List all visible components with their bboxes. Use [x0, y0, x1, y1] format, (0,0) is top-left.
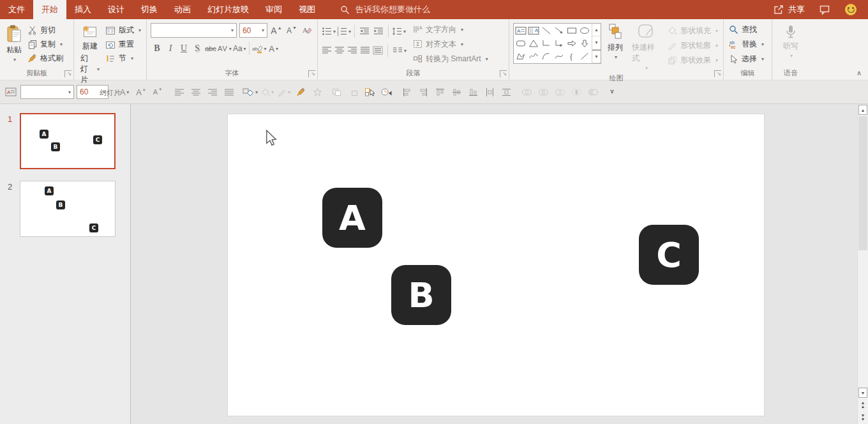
tab-slideshow[interactable]: 幻灯片放映	[199, 0, 257, 19]
find-button[interactable]: 查找	[728, 23, 758, 36]
replace-button[interactable]: abac 替换 ▾	[728, 38, 765, 50]
paragraph-dialog-launcher-icon[interactable]: ↘	[500, 70, 507, 77]
decrease-indent-button[interactable]	[358, 24, 371, 38]
shape-curve-icon[interactable]	[554, 52, 564, 61]
arrange-button[interactable]: 排列 ▾	[605, 23, 625, 61]
align-center-icon[interactable]	[334, 46, 345, 55]
quick-shape-outline-button[interactable]: ▾	[277, 84, 291, 100]
shapes-scroll-up-icon[interactable]: ▲	[592, 24, 601, 36]
reset-button[interactable]: 重置	[104, 37, 142, 51]
tab-transitions[interactable]: 切换	[133, 0, 166, 19]
text-highlight-button[interactable]: ab ▾	[252, 42, 267, 56]
scrollbar-thumb[interactable]	[858, 116, 867, 250]
quick-styles-mini-button[interactable]	[310, 84, 324, 100]
align-objects-bottom-button[interactable]	[466, 84, 480, 100]
increase-font-size-button[interactable]: A▲	[270, 24, 283, 38]
shape-scribble-icon[interactable]	[528, 52, 539, 61]
shapes-more-icon[interactable]: ▼	[592, 50, 601, 63]
shape-textbox-icon[interactable]: A	[515, 26, 527, 35]
shape-triangle-icon[interactable]	[528, 39, 539, 48]
share-button[interactable]: 共享	[773, 4, 805, 15]
insert-textbox-button[interactable]: A	[4, 84, 18, 100]
slide-1-thumbnail[interactable]: A B C	[20, 113, 116, 169]
italic-button[interactable]: I	[164, 42, 177, 56]
shapes-gallery[interactable]: A A {	[513, 23, 601, 64]
shape-outline-button[interactable]: 形状轮廓 ▾	[666, 39, 719, 52]
next-slide-button[interactable]: ▼▼	[858, 411, 868, 424]
tab-home[interactable]: 开始	[33, 0, 66, 19]
quick-align-left-button[interactable]	[172, 84, 186, 100]
collapse-ribbon-icon[interactable]: ∧	[857, 69, 862, 77]
canvas-shape-a[interactable]: A	[322, 188, 382, 248]
tab-file[interactable]: 文件	[0, 0, 33, 19]
shape-rounded-rectangle-icon[interactable]	[516, 39, 526, 48]
quick-justify-button[interactable]	[222, 84, 236, 100]
strikethrough-button[interactable]: abc	[204, 42, 217, 56]
numbering-button[interactable]: 123 ▾	[337, 24, 351, 38]
quick-format-painter-button[interactable]	[294, 84, 308, 100]
slide-2-thumbnail[interactable]: A B C	[20, 181, 116, 237]
distribute-vertical-button[interactable]	[499, 84, 513, 100]
shape-diagonal-line-icon[interactable]	[580, 52, 590, 61]
select-button[interactable]: 选择 ▾	[728, 52, 765, 65]
scroll-up-icon[interactable]: ▲	[858, 105, 867, 115]
format-painter-button[interactable]: 格式刷	[26, 51, 64, 65]
shape-freeform-icon[interactable]	[516, 52, 526, 61]
font-dialog-launcher-icon[interactable]: ↘	[308, 70, 315, 77]
shape-effects-button[interactable]: 形状效果 ▾	[666, 54, 719, 66]
shape-brace-icon[interactable]: {	[567, 52, 577, 61]
shape-vertical-textbox-icon[interactable]: A	[528, 26, 539, 35]
vertical-scrollbar[interactable]: ▲ ▼ ▲▲ ▼▼	[857, 104, 868, 424]
bring-forward-button[interactable]	[329, 84, 343, 100]
line-spacing-button[interactable]: ▾	[392, 24, 406, 38]
quick-decrease-font-button[interactable]: A▼	[151, 84, 165, 100]
merge-subtract-button[interactable]	[586, 84, 600, 100]
bold-button[interactable]: B	[151, 42, 163, 56]
select-objects-button[interactable]	[363, 84, 377, 100]
shape-elbow-arrow-connector-icon[interactable]	[554, 39, 564, 48]
quick-styles-button[interactable]: 快速样式 ▾	[629, 23, 662, 72]
convert-smartart-button[interactable]: 转换为 SmartArt ▾	[412, 52, 490, 65]
paste-button[interactable]: 粘贴 ▾	[4, 23, 24, 64]
text-direction-button[interactable]: A 文字方向 ▾	[412, 23, 490, 36]
merge-combine-button[interactable]	[536, 84, 550, 100]
bullets-button[interactable]: ▾	[322, 24, 336, 38]
align-objects-middle-button[interactable]	[449, 84, 463, 100]
tell-me-search[interactable]: 告诉我你想要做什么	[340, 0, 430, 19]
shape-rectangle-icon[interactable]	[567, 26, 577, 35]
shape-elbow-connector-icon[interactable]	[541, 39, 551, 48]
merge-intersect-button[interactable]	[569, 84, 583, 100]
slide-canvas[interactable]: A B C	[228, 114, 764, 416]
layout-button[interactable]: 版式 ▾	[104, 23, 142, 37]
quick-shapes-button[interactable]: ▾	[243, 84, 258, 100]
columns-button[interactable]: ▾	[393, 43, 407, 57]
align-right-icon[interactable]	[347, 46, 357, 55]
quick-align-right-button[interactable]	[206, 84, 220, 100]
shape-oval-icon[interactable]	[580, 26, 590, 35]
tab-view[interactable]: 视图	[290, 0, 324, 19]
cut-button[interactable]: 剪切	[26, 23, 64, 37]
justify-icon[interactable]	[360, 46, 370, 55]
shape-down-arrow-icon[interactable]	[580, 39, 590, 48]
tab-design[interactable]: 设计	[100, 0, 133, 19]
feedback-smiley-icon[interactable]	[845, 4, 857, 15]
tab-insert[interactable]: 插入	[66, 0, 100, 19]
shape-arrow-icon[interactable]	[554, 26, 564, 35]
font-name-combo[interactable]: ▾	[151, 23, 237, 38]
tab-review[interactable]: 审阅	[257, 0, 290, 19]
copy-button[interactable]: 复制 ▾	[26, 37, 64, 51]
scroll-down-icon[interactable]: ▼	[858, 388, 867, 398]
align-objects-right-button[interactable]	[416, 84, 430, 100]
dictate-button[interactable]: 听写 ▾	[781, 23, 801, 60]
send-backward-button[interactable]	[346, 84, 360, 100]
distribute-horizontal-button[interactable]	[483, 84, 497, 100]
font-color-button[interactable]: A▾	[267, 42, 280, 56]
tab-animations[interactable]: 动画	[166, 0, 199, 19]
toolbar-overflow-button[interactable]: ▼	[605, 84, 619, 100]
shape-right-arrow-icon[interactable]	[567, 39, 577, 48]
align-objects-left-button[interactable]	[400, 84, 414, 100]
drawing-dialog-launcher-icon[interactable]: ↘	[714, 70, 721, 77]
merge-fragment-button[interactable]	[553, 84, 567, 100]
clear-formatting-button[interactable]: A	[301, 24, 313, 38]
slide-item-2[interactable]: 2 A B C	[0, 181, 130, 237]
